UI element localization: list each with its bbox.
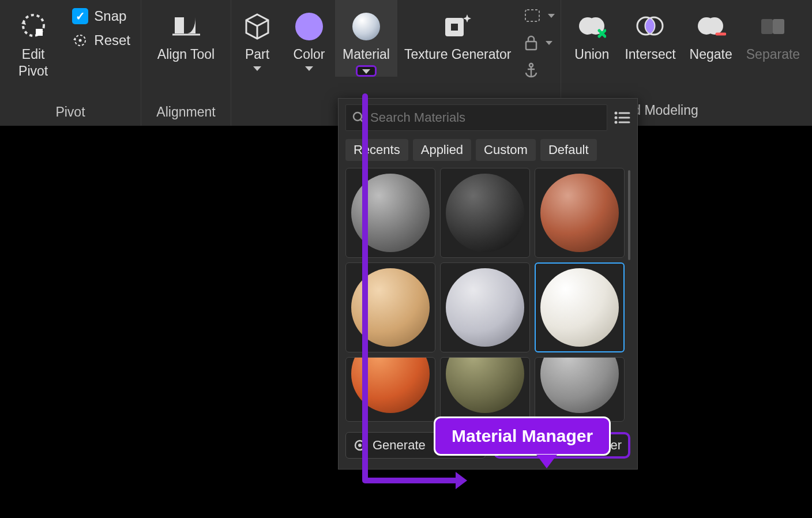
checkbox-checked-icon	[72, 8, 88, 24]
intersect-button[interactable]: Intersect	[618, 0, 682, 63]
reset-icon	[72, 32, 88, 48]
dropdown-arrow-icon[interactable]	[253, 66, 261, 71]
svg-point-10	[529, 63, 533, 67]
material-label: Material	[343, 46, 390, 63]
part-icon	[241, 10, 273, 43]
negate-button[interactable]: Negate	[683, 0, 739, 63]
annotation-connector	[362, 478, 458, 483]
color-label: Color	[294, 46, 325, 63]
search-materials-box[interactable]	[345, 104, 607, 131]
chip-recents[interactable]: Recents	[345, 139, 408, 161]
svg-rect-23	[773, 19, 784, 34]
texture-generator-button[interactable]: Texture Generator	[397, 0, 518, 63]
material-swatch-carpet[interactable]	[440, 262, 530, 352]
group-selection-icon	[524, 8, 541, 23]
separate-button[interactable]: Separate	[739, 0, 807, 63]
reset-button[interactable]: Reset	[72, 32, 130, 48]
separate-label: Separate	[746, 46, 800, 63]
negate-icon	[695, 10, 727, 43]
anchor-icon	[524, 62, 539, 78]
align-tool-label: Align Tool	[157, 46, 215, 63]
union-label: Union	[574, 46, 609, 63]
material-swatch-concrete[interactable]	[535, 357, 625, 422]
material-swatch-cobblestone[interactable]	[440, 357, 530, 422]
search-materials-input[interactable]	[370, 110, 601, 125]
material-sphere-icon	[446, 268, 524, 347]
scrollbar[interactable]	[628, 170, 630, 260]
union-button[interactable]: Union	[566, 0, 618, 63]
dropdown-arrow-icon[interactable]	[305, 66, 313, 71]
ribbon-group-pivot: Edit Pivot Snap Reset	[0, 0, 141, 126]
material-sphere-icon	[446, 174, 524, 252]
material-grid	[345, 168, 625, 422]
align-tool-button[interactable]: Align Tool	[141, 0, 231, 63]
svg-point-28	[615, 117, 618, 119]
ribbon-group-alignment: Align Tool Alignment	[141, 0, 231, 126]
svg-point-26	[615, 112, 618, 115]
material-button[interactable]: Material	[335, 0, 397, 77]
dropdown-arrow-icon[interactable]	[546, 41, 552, 45]
texture-generator-icon	[442, 10, 474, 43]
alignment-group-label: Alignment	[156, 104, 215, 126]
part-label: Part	[245, 46, 269, 63]
color-icon	[293, 10, 325, 43]
texture-generator-label: Texture Generator	[404, 46, 511, 63]
material-dropdown-panel: Recents Applied Custom Default Generate …	[338, 98, 638, 470]
reset-label: Reset	[94, 32, 130, 48]
edit-pivot-label: Edit Pivot	[7, 46, 59, 80]
material-filter-chips: Recents Applied Custom Default	[345, 139, 630, 161]
chip-custom[interactable]: Custom	[476, 139, 536, 161]
intersect-label: Intersect	[625, 46, 675, 63]
lock-button[interactable]	[524, 35, 555, 51]
edit-pivot-button[interactable]: Edit Pivot	[0, 0, 66, 80]
material-swatch-basalt[interactable]	[440, 168, 530, 258]
svg-rect-1	[36, 29, 43, 36]
color-button[interactable]: Color	[283, 0, 335, 71]
annotation-arrowhead-icon	[456, 472, 467, 489]
material-sphere-icon	[446, 357, 524, 413]
material-swatch-clay-roof-tiles[interactable]	[345, 357, 435, 422]
svg-point-3	[79, 39, 82, 42]
chip-default[interactable]: Default	[540, 139, 597, 161]
union-icon	[576, 10, 608, 43]
part-button[interactable]: Part	[231, 0, 283, 71]
svg-rect-4	[175, 17, 184, 33]
material-swatch-asphalt[interactable]	[345, 168, 435, 258]
lock-icon	[524, 35, 539, 51]
generate-label: Generate	[373, 438, 426, 453]
edit-pivot-icon	[17, 10, 50, 43]
snap-toggle[interactable]: Snap	[72, 8, 130, 24]
annotation-callout: Material Manager	[434, 416, 611, 456]
separate-icon	[757, 10, 789, 43]
svg-rect-7	[451, 24, 458, 31]
solid-modeling-group-label-truncated: lid Modeling	[627, 103, 698, 118]
anchor-button[interactable]	[524, 62, 555, 78]
align-tool-icon	[170, 10, 202, 43]
material-dropdown-arrow[interactable]	[356, 65, 377, 77]
material-sphere-icon	[540, 174, 619, 252]
material-swatch-ceramic-tiles[interactable]	[535, 262, 625, 352]
material-icon	[350, 10, 382, 43]
group-selection-button[interactable]	[524, 8, 555, 23]
negate-label: Negate	[690, 46, 732, 63]
list-view-icon[interactable]	[613, 109, 630, 126]
svg-point-20	[706, 17, 723, 35]
svg-rect-8	[525, 10, 539, 21]
intersect-icon	[634, 10, 666, 43]
svg-rect-22	[761, 19, 773, 34]
material-sphere-icon	[540, 268, 619, 347]
material-swatch-cardboard[interactable]	[345, 262, 435, 352]
material-swatch-brick[interactable]	[535, 168, 625, 258]
dropdown-arrow-icon[interactable]	[548, 14, 555, 18]
svg-point-33	[358, 444, 362, 447]
svg-point-30	[615, 121, 618, 124]
annotation-connector	[362, 93, 368, 482]
material-sphere-icon	[540, 357, 619, 413]
snap-label: Snap	[94, 8, 126, 24]
chip-applied[interactable]: Applied	[413, 139, 471, 161]
svg-rect-9	[526, 42, 536, 50]
annotation-callout-tail	[536, 455, 557, 468]
pivot-group-label: Pivot	[55, 104, 85, 126]
